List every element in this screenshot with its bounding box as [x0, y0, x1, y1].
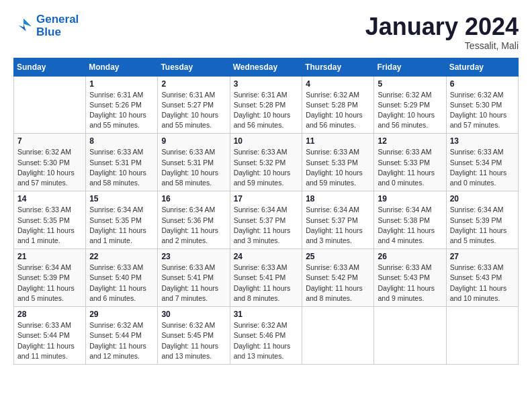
calendar-cell: 9Sunrise: 6:33 AMSunset: 5:31 PMDaylight… — [158, 134, 230, 191]
logo-icon — [13, 16, 34, 36]
header-saturday: Saturday — [446, 58, 518, 76]
day-number: 4 — [306, 79, 370, 89]
day-number: 24 — [234, 252, 299, 261]
day-number: 26 — [378, 252, 442, 261]
calendar-cell — [14, 76, 86, 134]
day-number: 7 — [17, 136, 82, 146]
month-title: January 2024 — [365, 13, 519, 40]
day-number: 20 — [450, 194, 515, 203]
header-wednesday: Wednesday — [230, 58, 302, 76]
day-number: 3 — [234, 79, 299, 89]
page-header: General Blue January 2024 Tessalit, Mali — [13, 13, 519, 51]
header-tuesday: Tuesday — [158, 58, 230, 76]
day-number: 29 — [89, 310, 154, 319]
calendar-cell: 25Sunrise: 6:33 AMSunset: 5:42 PMDayligh… — [302, 249, 374, 307]
week-row-4: 21Sunrise: 6:34 AMSunset: 5:39 PMDayligh… — [14, 249, 519, 307]
day-number: 11 — [306, 136, 370, 146]
day-number: 2 — [161, 79, 226, 89]
calendar-cell: 5Sunrise: 6:32 AMSunset: 5:29 PMDaylight… — [374, 76, 446, 134]
day-info: Sunrise: 6:32 AMSunset: 5:29 PMDaylight:… — [378, 90, 442, 131]
week-row-5: 28Sunrise: 6:33 AMSunset: 5:44 PMDayligh… — [14, 307, 519, 365]
day-number: 10 — [234, 136, 299, 146]
header-monday: Monday — [86, 58, 158, 76]
day-info: Sunrise: 6:33 AMSunset: 5:43 PMDaylight:… — [378, 263, 442, 304]
logo: General Blue — [13, 13, 79, 38]
day-info: Sunrise: 6:31 AMSunset: 5:28 PMDaylight:… — [234, 90, 299, 131]
calendar-cell: 12Sunrise: 6:33 AMSunset: 5:33 PMDayligh… — [374, 134, 446, 191]
day-info: Sunrise: 6:34 AMSunset: 5:38 PMDaylight:… — [378, 205, 442, 246]
calendar-cell: 27Sunrise: 6:33 AMSunset: 5:43 PMDayligh… — [446, 249, 518, 307]
day-number: 15 — [89, 194, 154, 203]
day-number: 31 — [234, 310, 299, 319]
day-info: Sunrise: 6:32 AMSunset: 5:44 PMDaylight:… — [89, 320, 154, 361]
day-info: Sunrise: 6:33 AMSunset: 5:34 PMDaylight:… — [450, 147, 515, 188]
day-number: 9 — [161, 136, 226, 146]
calendar-cell: 18Sunrise: 6:34 AMSunset: 5:37 PMDayligh… — [302, 191, 374, 249]
calendar-header-row: Sunday Monday Tuesday Wednesday Thursday… — [14, 58, 519, 76]
calendar-cell: 14Sunrise: 6:33 AMSunset: 5:35 PMDayligh… — [14, 191, 86, 249]
calendar-cell: 13Sunrise: 6:33 AMSunset: 5:34 PMDayligh… — [446, 134, 518, 191]
svg-marker-1 — [24, 18, 31, 26]
day-info: Sunrise: 6:32 AMSunset: 5:28 PMDaylight:… — [306, 90, 370, 131]
day-info: Sunrise: 6:34 AMSunset: 5:37 PMDaylight:… — [234, 205, 299, 246]
day-info: Sunrise: 6:33 AMSunset: 5:40 PMDaylight:… — [89, 263, 154, 304]
day-number: 17 — [234, 194, 299, 203]
day-number: 30 — [161, 310, 226, 319]
day-info: Sunrise: 6:34 AMSunset: 5:36 PMDaylight:… — [161, 205, 226, 246]
day-info: Sunrise: 6:33 AMSunset: 5:41 PMDaylight:… — [234, 263, 299, 304]
day-info: Sunrise: 6:33 AMSunset: 5:35 PMDaylight:… — [17, 205, 82, 246]
day-number: 13 — [450, 136, 515, 146]
calendar-cell: 1Sunrise: 6:31 AMSunset: 5:26 PMDaylight… — [86, 76, 158, 134]
day-number: 19 — [378, 194, 442, 203]
day-info: Sunrise: 6:33 AMSunset: 5:42 PMDaylight:… — [306, 263, 370, 304]
calendar-cell: 4Sunrise: 6:32 AMSunset: 5:28 PMDaylight… — [302, 76, 374, 134]
calendar-cell: 19Sunrise: 6:34 AMSunset: 5:38 PMDayligh… — [374, 191, 446, 249]
calendar-cell — [302, 307, 374, 365]
day-info: Sunrise: 6:34 AMSunset: 5:39 PMDaylight:… — [17, 263, 82, 304]
day-number: 5 — [378, 79, 442, 89]
day-info: Sunrise: 6:33 AMSunset: 5:32 PMDaylight:… — [234, 147, 299, 188]
calendar-cell: 8Sunrise: 6:33 AMSunset: 5:31 PMDaylight… — [86, 134, 158, 191]
calendar-cell — [446, 307, 518, 365]
week-row-1: 1Sunrise: 6:31 AMSunset: 5:26 PMDaylight… — [14, 76, 519, 134]
calendar-cell: 6Sunrise: 6:32 AMSunset: 5:30 PMDaylight… — [446, 76, 518, 134]
day-info: Sunrise: 6:34 AMSunset: 5:35 PMDaylight:… — [89, 205, 154, 246]
day-info: Sunrise: 6:33 AMSunset: 5:33 PMDaylight:… — [306, 147, 370, 188]
calendar-cell: 28Sunrise: 6:33 AMSunset: 5:44 PMDayligh… — [14, 307, 86, 365]
title-block: January 2024 Tessalit, Mali — [365, 13, 519, 51]
day-info: Sunrise: 6:33 AMSunset: 5:33 PMDaylight:… — [378, 147, 442, 188]
calendar-cell: 26Sunrise: 6:33 AMSunset: 5:43 PMDayligh… — [374, 249, 446, 307]
calendar-table: Sunday Monday Tuesday Wednesday Thursday… — [13, 58, 519, 365]
day-number: 27 — [450, 252, 515, 261]
calendar-cell: 30Sunrise: 6:32 AMSunset: 5:45 PMDayligh… — [158, 307, 230, 365]
calendar-cell — [374, 307, 446, 365]
day-number: 12 — [378, 136, 442, 146]
day-number: 18 — [306, 194, 370, 203]
header-thursday: Thursday — [302, 58, 374, 76]
location: Tessalit, Mali — [365, 40, 519, 51]
calendar-cell: 16Sunrise: 6:34 AMSunset: 5:36 PMDayligh… — [158, 191, 230, 249]
day-info: Sunrise: 6:32 AMSunset: 5:45 PMDaylight:… — [161, 320, 226, 361]
calendar-cell: 15Sunrise: 6:34 AMSunset: 5:35 PMDayligh… — [86, 191, 158, 249]
day-info: Sunrise: 6:33 AMSunset: 5:43 PMDaylight:… — [450, 263, 515, 304]
day-info: Sunrise: 6:31 AMSunset: 5:27 PMDaylight:… — [161, 90, 226, 131]
day-info: Sunrise: 6:32 AMSunset: 5:30 PMDaylight:… — [17, 147, 82, 188]
calendar-cell: 11Sunrise: 6:33 AMSunset: 5:33 PMDayligh… — [302, 134, 374, 191]
day-info: Sunrise: 6:33 AMSunset: 5:44 PMDaylight:… — [17, 320, 82, 361]
day-info: Sunrise: 6:34 AMSunset: 5:39 PMDaylight:… — [450, 205, 515, 246]
calendar-cell: 2Sunrise: 6:31 AMSunset: 5:27 PMDaylight… — [158, 76, 230, 134]
day-number: 23 — [161, 252, 226, 261]
day-info: Sunrise: 6:33 AMSunset: 5:41 PMDaylight:… — [161, 263, 226, 304]
calendar-cell: 3Sunrise: 6:31 AMSunset: 5:28 PMDaylight… — [230, 76, 302, 134]
week-row-2: 7Sunrise: 6:32 AMSunset: 5:30 PMDaylight… — [14, 134, 519, 191]
calendar-cell: 10Sunrise: 6:33 AMSunset: 5:32 PMDayligh… — [230, 134, 302, 191]
calendar-cell: 24Sunrise: 6:33 AMSunset: 5:41 PMDayligh… — [230, 249, 302, 307]
day-number: 22 — [89, 252, 154, 261]
calendar-cell: 29Sunrise: 6:32 AMSunset: 5:44 PMDayligh… — [86, 307, 158, 365]
day-info: Sunrise: 6:32 AMSunset: 5:30 PMDaylight:… — [450, 90, 515, 131]
calendar-cell: 31Sunrise: 6:32 AMSunset: 5:46 PMDayligh… — [230, 307, 302, 365]
day-number: 25 — [306, 252, 370, 261]
header-friday: Friday — [374, 58, 446, 76]
calendar-cell: 22Sunrise: 6:33 AMSunset: 5:40 PMDayligh… — [86, 249, 158, 307]
day-info: Sunrise: 6:31 AMSunset: 5:26 PMDaylight:… — [89, 90, 154, 131]
